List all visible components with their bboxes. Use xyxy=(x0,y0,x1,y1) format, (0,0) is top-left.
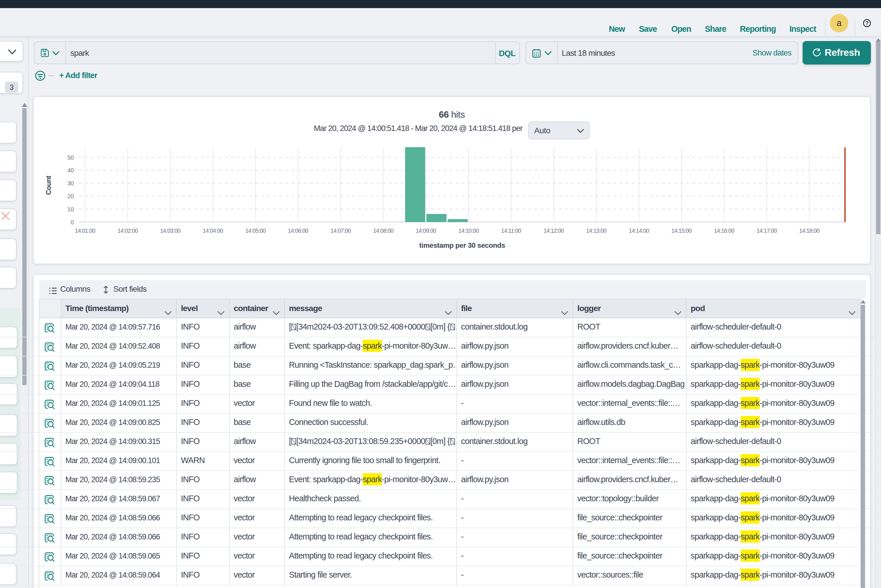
svg-text:14:05:00: 14:05:00 xyxy=(245,228,266,234)
svg-text:14:17:00: 14:17:00 xyxy=(757,228,777,234)
svg-text:40: 40 xyxy=(68,167,74,174)
svg-text:14:07:00: 14:07:00 xyxy=(331,228,351,234)
svg-text:timestamp per 30 seconds: timestamp per 30 seconds xyxy=(419,242,505,249)
svg-text:14:09:00: 14:09:00 xyxy=(416,228,436,234)
svg-text:14:16:00: 14:16:00 xyxy=(714,228,735,234)
svg-text:14:06:00: 14:06:00 xyxy=(288,228,308,234)
svg-text:14:11:00: 14:11:00 xyxy=(501,228,521,234)
svg-text:14:02:00: 14:02:00 xyxy=(117,228,138,234)
svg-text:14:12:00: 14:12:00 xyxy=(543,228,564,234)
svg-text:14:18:00: 14:18:00 xyxy=(799,228,820,234)
svg-text:50: 50 xyxy=(68,154,74,161)
svg-text:14:13:00: 14:13:00 xyxy=(586,228,607,234)
svg-text:14:08:00: 14:08:00 xyxy=(373,228,394,234)
svg-text:Count: Count xyxy=(45,176,53,195)
svg-text:14:10:00: 14:10:00 xyxy=(459,228,479,234)
svg-text:20: 20 xyxy=(68,193,74,200)
svg-text:14:01:00: 14:01:00 xyxy=(75,228,95,234)
svg-text:10: 10 xyxy=(68,206,74,213)
svg-text:14:14:00: 14:14:00 xyxy=(629,228,649,234)
svg-text:14:04:00: 14:04:00 xyxy=(203,228,223,234)
svg-text:14:15:00: 14:15:00 xyxy=(671,228,692,234)
svg-text:30: 30 xyxy=(68,180,74,186)
svg-text:14:03:00: 14:03:00 xyxy=(160,228,181,234)
svg-text:0: 0 xyxy=(71,219,74,225)
